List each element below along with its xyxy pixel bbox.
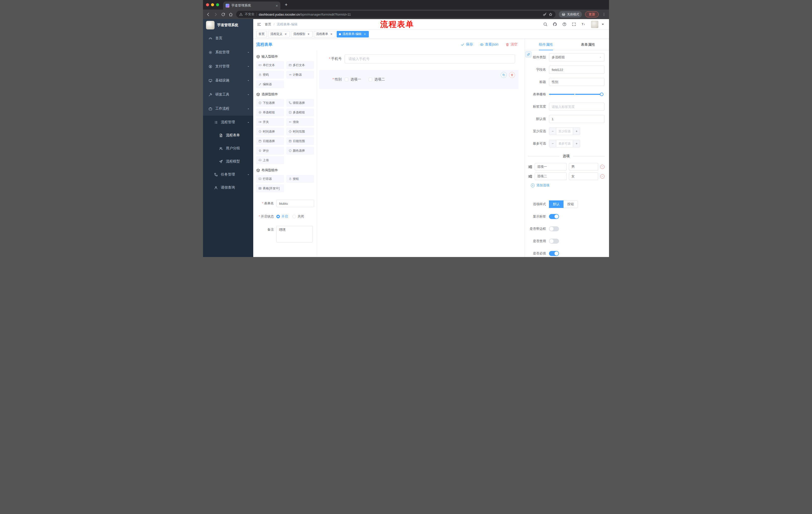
border-switch[interactable]	[549, 226, 559, 231]
github-icon[interactable]	[553, 22, 557, 26]
tag-close-icon[interactable]: ×	[307, 32, 310, 36]
delete-widget-button[interactable]	[509, 72, 515, 78]
palette-item-time-range[interactable]: 时间范围	[286, 128, 314, 135]
tag-process-form[interactable]: 流程表单 ×	[314, 31, 336, 37]
tag-close-icon[interactable]: ×	[284, 32, 287, 36]
sidebar-item-process-form[interactable]: 流程表单	[203, 129, 253, 142]
palette-item-counter[interactable]: 计数器	[286, 71, 314, 78]
sidebar-item-process-model[interactable]: 流程模型	[203, 155, 253, 168]
palette-item-multi-line-text[interactable]: 多行文本	[286, 61, 314, 69]
sidebar-item-leave-query[interactable]: 请假查询	[203, 181, 253, 194]
sidebar-toggle-icon[interactable]	[257, 22, 261, 27]
palette-item-time-picker[interactable]: 时间选择	[256, 128, 284, 135]
sidebar-item-payment[interactable]: 支付管理	[203, 59, 253, 74]
palette-item-color-picker[interactable]: 颜色选择	[286, 147, 314, 154]
reload-icon[interactable]	[221, 12, 225, 17]
avatar[interactable]	[591, 21, 599, 28]
tab-form-props[interactable]: 表单属性	[567, 39, 609, 50]
avatar-caret-icon[interactable]	[601, 22, 605, 26]
option-label-input[interactable]	[534, 172, 567, 180]
palette-item-row-container[interactable]: 行容器	[256, 175, 284, 183]
tab-close-icon[interactable]: ×	[276, 4, 278, 7]
sidebar-item-system[interactable]: 系统管理	[203, 45, 253, 59]
palette-item-radio-group[interactable]: 单选框组	[256, 109, 284, 116]
palette-item-date-picker[interactable]: 日期选择	[256, 137, 284, 145]
gender-checkbox[interactable]: 选项二	[369, 77, 385, 82]
option-style-choice[interactable]: 按钮	[563, 200, 578, 208]
increase-button[interactable]	[573, 140, 580, 147]
option-value-input[interactable]	[569, 163, 598, 170]
new-tab-button[interactable]: +	[283, 1, 289, 8]
min-select-input[interactable]	[556, 128, 573, 135]
tag-process-definition[interactable]: 流程定义 ×	[268, 31, 290, 37]
slider-handle[interactable]	[600, 92, 604, 96]
drag-handle-icon[interactable]	[528, 164, 533, 169]
required-switch[interactable]	[549, 251, 559, 256]
remove-option-button[interactable]	[600, 174, 605, 179]
palette-item-table[interactable]: 表格[开发中]	[256, 185, 284, 192]
address-bar[interactable]: 不安全 dashboard.yudao.iocoder.cn/bpm/manag…	[236, 11, 555, 18]
tab-component-props[interactable]: 组件属性	[525, 39, 567, 50]
fullscreen-icon[interactable]	[572, 22, 576, 26]
label-width-input[interactable]	[549, 103, 605, 111]
max-select-input[interactable]	[556, 140, 573, 147]
browser-menu-icon[interactable]	[602, 12, 606, 16]
palette-item-select[interactable]: 下拉选择	[256, 99, 284, 107]
save-button[interactable]: 保存	[461, 42, 473, 47]
tag-close-icon[interactable]: ×	[330, 32, 333, 36]
remove-option-button[interactable]	[600, 165, 605, 169]
tag-home[interactable]: 首页 ×	[256, 31, 267, 37]
palette-item-slider[interactable]: 滑块	[286, 118, 314, 126]
gender-checkbox[interactable]: 选项一	[345, 77, 361, 82]
app-logo[interactable]: 芋道管理系统	[203, 19, 253, 31]
show-label-switch[interactable]	[549, 214, 559, 219]
tag-process-model[interactable]: 流程模型 ×	[291, 31, 313, 37]
decrease-button[interactable]	[549, 140, 556, 147]
sidebar-item-home[interactable]: 首页	[203, 31, 253, 45]
window-close-button[interactable]	[206, 3, 209, 6]
form-remark-textarea[interactable]: 嘿嘿	[277, 226, 313, 242]
component-type-select[interactable]: 多选框组	[549, 53, 605, 61]
palette-item-button[interactable]: 按钮	[286, 175, 314, 183]
palette-item-editor[interactable]: 编辑器	[256, 80, 284, 88]
font-size-icon[interactable]	[581, 22, 586, 26]
tag-close-icon[interactable]: ×	[363, 32, 367, 36]
status-radio[interactable]: 开启	[277, 214, 288, 219]
home-icon[interactable]	[229, 12, 233, 17]
sidebar-item-devtools[interactable]: 研发工具	[203, 87, 253, 102]
help-icon[interactable]	[562, 22, 567, 26]
disabled-switch[interactable]	[549, 239, 559, 244]
title-input[interactable]	[549, 78, 605, 86]
clear-button[interactable]: 清空	[505, 42, 518, 47]
copy-widget-button[interactable]	[501, 72, 507, 78]
anchor-link-button[interactable]	[525, 51, 531, 57]
sidebar-item-workflow[interactable]: 工作流程	[203, 102, 253, 116]
add-option-button[interactable]: 添加选项	[531, 183, 605, 188]
field-name-input[interactable]	[549, 65, 605, 74]
bookmark-star-icon[interactable]	[549, 12, 552, 16]
phone-input[interactable]	[345, 54, 515, 63]
sidebar-item-process-management[interactable]: 流程管理	[203, 116, 253, 129]
window-minimize-button[interactable]	[211, 3, 214, 6]
sidebar-item-user-group[interactable]: 用户分组	[203, 142, 253, 155]
palette-item-upload[interactable]: 上传	[256, 156, 284, 164]
window-zoom-button[interactable]	[216, 3, 219, 6]
palette-item-single-line-text[interactable]: 单行文本	[256, 61, 284, 69]
option-label-input[interactable]	[534, 163, 567, 170]
status-radio[interactable]: 关闭	[292, 214, 304, 219]
sidebar-item-task-management[interactable]: 任务管理	[203, 168, 253, 181]
gender-widget-selected[interactable]: *性别 选项一	[319, 70, 519, 89]
default-value-input[interactable]	[549, 115, 605, 123]
back-icon[interactable]	[206, 12, 210, 17]
palette-item-cascader[interactable]: 级联选择	[286, 99, 314, 107]
increase-button[interactable]	[573, 128, 580, 135]
breadcrumb-home[interactable]: 首页	[265, 22, 271, 27]
browser-tab[interactable]: 芋道管理系统 ×	[223, 1, 280, 9]
palette-item-checkbox-group[interactable]: 多选框组	[286, 109, 314, 116]
update-button[interactable]: 更新	[585, 11, 599, 17]
palette-item-date-range[interactable]: 日期范围	[286, 137, 314, 145]
drag-handle-icon[interactable]	[528, 174, 533, 179]
search-icon[interactable]	[543, 22, 547, 26]
form-grid-slider[interactable]	[549, 90, 605, 98]
decrease-button[interactable]	[549, 128, 556, 135]
